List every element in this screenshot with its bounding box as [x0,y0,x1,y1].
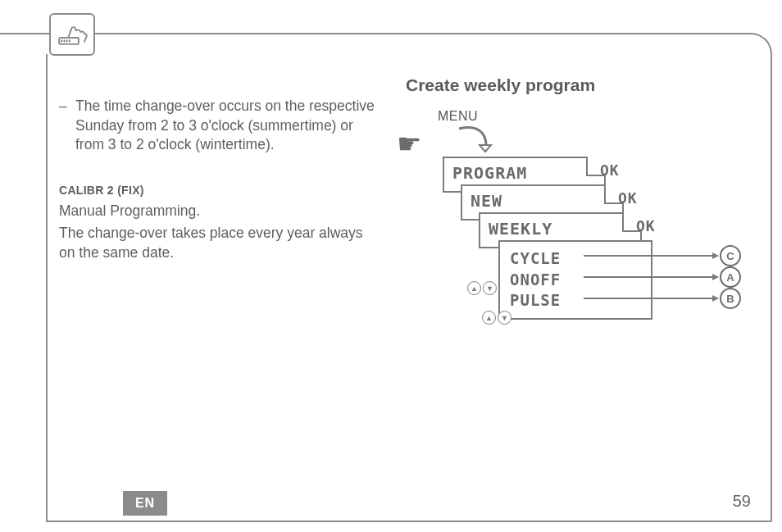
page-root: – The time change-over occurs on the res… [0,0,782,532]
svg-marker-5 [480,145,491,152]
section-body-line-1: Manual Programming. [59,202,379,221]
pointer-hand-icon: ☛ [397,127,421,160]
ref-c: C [726,250,734,262]
menu-card-program-label: PROGRAM [452,163,527,183]
line-cycle [584,255,713,257]
hand-press-icon [57,20,88,48]
updown-icons-1: ▲ ▼ [467,281,497,295]
corner-icon-box [49,13,95,56]
page-frame-left [46,54,48,522]
up-icon: ▲ [482,311,496,325]
ref-circle-a: A [720,266,741,288]
left-text-column: – The time change-over occurs on the res… [59,97,379,263]
options-card: CYCLE ONOFF PULSE [498,240,652,320]
option-cycle: CYCLE [510,248,641,270]
option-onoff: ONOFF [510,270,641,291]
down-icon: ▼ [483,281,497,295]
line-pulse [584,298,713,299]
bullet-dash: – [59,97,75,155]
menu-card-weekly-label: WEEKLY [489,219,552,239]
ref-b: B [726,293,734,305]
ok-label-2: OK [618,189,638,207]
ok-label-3: OK [636,217,656,234]
option-pulse: PULSE [510,290,641,311]
menu-flow-diagram: MENU ☛ PROGRAM OK NEW OK WEEKLY OK CYCLE… [393,102,746,340]
menu-card-new-label: NEW [471,191,502,211]
updown-icons-2: ▲ ▼ [482,311,511,325]
bullet-item: – The time change-over occurs on the res… [59,97,379,155]
section-title-calibr2: CALIBR 2 (FIX) [59,183,379,198]
down-icon: ▼ [498,311,511,325]
up-icon: ▲ [467,281,481,295]
ref-circle-c: C [720,245,741,266]
ref-circle-b: B [720,288,741,309]
ok-label-1: OK [600,161,620,179]
heading-create-weekly: Create weekly program [406,75,595,95]
section-body-line-2: The change-over takes place every year a… [59,224,379,262]
language-chip: EN [123,491,167,516]
line-onoff [584,276,713,278]
top-rule-left [0,33,48,34]
ref-a: A [726,271,734,284]
bullet-text: The time change-over occurs on the respe… [75,97,379,155]
page-number: 59 [733,492,751,511]
language-code: EN [135,496,155,511]
